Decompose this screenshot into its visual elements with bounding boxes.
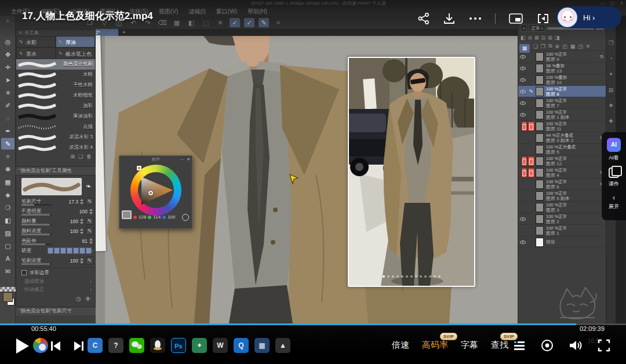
brush-item[interactable]: 油彩 [16,101,95,111]
layer-thumbnail[interactable] [536,75,544,85]
subtool-group-tab[interactable]: 水彩 [16,36,56,48]
tool-button[interactable]: ◎ [1,36,14,48]
palette-dock-icon[interactable]: ◔ [609,56,612,61]
layer-thumbnail[interactable] [536,133,544,143]
brush-item[interactable]: 厚涂油彩 [16,111,95,122]
palette-dock-icon[interactable]: ❖ [609,103,613,108]
layer-toolbar-icon[interactable]: ◨ [555,35,560,41]
layer-row[interactable]: ✎ 纸张 ⧉ [518,236,606,248]
command-bar-icon[interactable]: ◧ [186,18,196,27]
layer-row[interactable]: ✎ 44 %正片叠底 图层 3 副本 2 ⧉ [518,132,606,144]
brush-item[interactable]: 浓混水彩 3 [16,132,95,143]
value-stepper[interactable] [89,208,93,215]
tool-button[interactable]: ✥ [1,49,14,60]
taskbar-app-icon[interactable]: ? [108,338,123,353]
tool-property-row[interactable]: 颜料浓度 100 ✎ [16,226,95,236]
tool-button[interactable]: ✉ [1,265,14,277]
taskbar-app-icon[interactable] [33,338,48,353]
layer-row[interactable]: ✎ 100 %正常 图层 4 ⧉ [518,167,606,179]
layer-row[interactable]: ✎ 100 %正常 图层 1 副本 ⧉ [518,109,606,121]
taskbar-app-icon[interactable]: C [88,338,103,353]
checkbox[interactable] [21,270,27,275]
command-bar-icon[interactable]: ⌗ [273,18,283,27]
taskbar-app-icon[interactable]: Ps [171,338,186,353]
detail-settings-icon[interactable]: ✜ [86,296,90,302]
ai-watch-label[interactable]: AI看 [609,154,619,162]
layer-visibility-eye-icon[interactable] [520,241,526,244]
pen-pressure-button[interactable]: ✎ [86,257,93,264]
palette-dock-icon[interactable]: ✚ [609,118,613,124]
tool-button[interactable]: ✒ [1,125,14,137]
tool-button[interactable]: ✧ [1,151,14,162]
menu-item[interactable]: 滤镜(I) [183,7,210,16]
layer-thumbnail[interactable] [536,87,544,96]
taskbar-app-icon[interactable]: ▦ [254,338,270,353]
tool-property-row[interactable]: 颜料量 100 ✎ [16,216,95,226]
layer-toolbar-icon[interactable]: ⊠ [534,35,539,41]
taskbar-app-icon[interactable]: W [213,338,228,353]
taskbar-app-icon[interactable]: Q [234,338,249,353]
history-icon[interactable]: ◷ [76,296,81,302]
property-slider[interactable] [21,234,52,235]
duplicate-brush-icon[interactable]: ❏ [78,154,83,161]
carousel-dot[interactable] [387,275,390,278]
layer-toolbar-icon[interactable]: ❏ [533,43,538,49]
cast-screen-button[interactable] [536,12,550,25]
ai-watch-icon[interactable]: AI [607,138,621,152]
carousel-dot[interactable] [420,275,422,278]
watercolor-edge-row[interactable]: 水彩边界 [16,267,95,278]
layer-row[interactable]: ✎ 100 %正常 图层 6 ⧉ [518,179,606,190]
property-slider[interactable] [21,214,52,216]
foreground-color-swatch[interactable] [3,292,13,302]
taskbar-app-icon[interactable]: ▲ [275,338,290,353]
collapse-icon[interactable]: — [180,156,184,162]
layer-row[interactable]: ✎ 100 %正常 图层 7 ⧉ [518,97,606,109]
carousel-dot[interactable] [424,275,427,278]
command-bar-icon[interactable]: ⬚ [201,18,211,27]
tool-button[interactable]: ▢ [1,240,14,252]
layer-thumbnail[interactable] [536,180,544,189]
account-button[interactable]: Hi › [556,6,621,28]
property-slider[interactable] [21,224,52,225]
add-brush-icon[interactable]: ⊞ [70,154,75,161]
layer-row[interactable]: ✎ 100 %正常 图层 8 ⧉ [518,86,606,97]
layer-visibility-eye-icon[interactable] [520,67,526,70]
layer-thumbnail[interactable] [536,203,544,212]
command-bar-icon[interactable]: ✓ [244,18,254,27]
taskbar-app-icon[interactable] [150,338,165,353]
layer-visibility-eye-icon[interactable] [520,90,526,93]
tool-property-header[interactable]: “颜色混合笔刷”工具属性 [16,167,96,175]
player-option-button[interactable]: 字幕 [461,340,478,351]
tool-button[interactable]: ▨ [1,227,14,239]
fullscreen-button[interactable] [597,338,611,352]
tool-button[interactable]: ◧ [1,214,14,226]
layer-thumbnail[interactable] [536,52,544,61]
value-stepper[interactable] [79,198,84,205]
palette-dock-icon[interactable]: ✦ [609,71,613,77]
layer-thumbnail[interactable] [536,145,544,154]
tool-property-row[interactable]: 不透明度 100 ✎ [16,206,95,216]
layer-thumbnail[interactable] [536,238,544,247]
menu-item[interactable]: 视图(V) [154,7,183,16]
tool-button[interactable]: ✐ [1,100,14,111]
layer-toolbar-icon[interactable]: ▦ [570,43,576,49]
layer-row[interactable]: ✎ 100 %正常 图层 2 ⧉ [518,213,606,225]
layer-thumbnail[interactable] [536,64,544,73]
courseware-label[interactable]: 课件 [609,180,619,188]
color-mode-icon[interactable] [182,214,189,221]
layer-toolbar-icon[interactable]: ❐ [541,43,545,49]
pen-pressure-button[interactable]: ✎ [86,198,93,205]
expand-chevron-icon[interactable]: ‹ [613,195,615,201]
layer-toolbar-icon[interactable]: ◰ [562,43,567,49]
value-stepper[interactable] [79,218,84,225]
layer-visibility-eye-icon[interactable] [520,217,526,221]
courseware-icon[interactable] [609,168,619,178]
carousel-dot[interactable] [438,275,441,278]
menu-item[interactable]: 窗口(W) [211,7,242,16]
layer-thumbnail[interactable] [536,99,544,108]
layer-thumbnail[interactable] [536,168,544,177]
collapsed-property-row[interactable]: 连续喷涂 [16,278,95,286]
carousel-dot[interactable] [396,275,399,278]
value-stepper[interactable] [79,228,84,235]
progress-bar[interactable] [0,323,626,325]
